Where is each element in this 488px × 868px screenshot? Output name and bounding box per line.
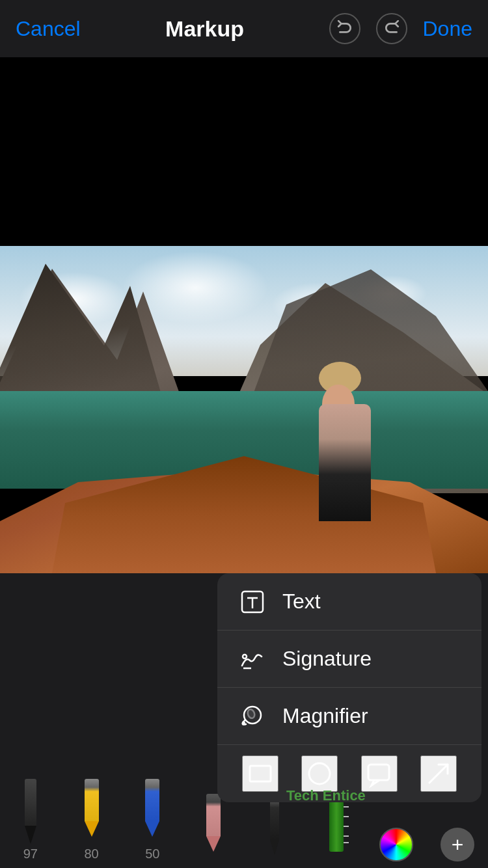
tool-add[interactable] xyxy=(427,828,488,861)
arrow-shape-button[interactable] xyxy=(420,755,457,792)
marker-blue-shape xyxy=(139,779,166,844)
tool-ruler[interactable] xyxy=(305,796,366,861)
redo-icon xyxy=(383,20,400,37)
text-menu-item[interactable]: Text xyxy=(217,573,481,631)
circle-icon xyxy=(305,759,334,788)
tool-color-wheel[interactable] xyxy=(366,828,427,861)
color-wheel-shape xyxy=(379,828,413,861)
svg-line-10 xyxy=(429,765,448,783)
cancel-button[interactable]: Cancel xyxy=(16,17,81,41)
svg-point-8 xyxy=(309,763,330,784)
add-button-shape xyxy=(441,828,474,861)
ruler-shape xyxy=(319,796,352,861)
undo-button[interactable] xyxy=(329,13,360,44)
eraser-pink-shape xyxy=(200,794,227,859)
page-title: Markup xyxy=(165,16,244,42)
done-button[interactable]: Done xyxy=(423,17,473,41)
signature-label: Signature xyxy=(282,647,372,671)
person-body xyxy=(319,404,371,521)
redo-button[interactable] xyxy=(376,13,407,44)
marker-yellow-label: 80 xyxy=(85,847,99,861)
text-label: Text xyxy=(282,590,321,614)
svg-rect-9 xyxy=(368,765,389,780)
photo-scene xyxy=(0,246,488,573)
image-canvas[interactable] xyxy=(0,57,488,573)
pen-dark-shape xyxy=(261,794,288,859)
circle-shape-button[interactable] xyxy=(301,755,338,792)
branding-text: Tech Entice xyxy=(286,787,366,804)
arrow-icon xyxy=(424,759,453,788)
header: Cancel Markup Done xyxy=(0,0,488,57)
tool-eraser-pink[interactable] xyxy=(183,794,244,861)
signature-menu-item[interactable]: Signature xyxy=(217,631,481,688)
magnifier-label: Magnifier xyxy=(282,704,368,728)
marker-yellow-shape xyxy=(78,779,105,844)
tool-marker-yellow[interactable]: 80 xyxy=(61,779,122,861)
svg-point-3 xyxy=(243,655,247,658)
undo-icon xyxy=(336,20,353,37)
svg-point-6 xyxy=(247,708,256,719)
rectangle-shape-button[interactable] xyxy=(242,755,278,792)
person xyxy=(306,365,384,521)
callout-shape-button[interactable] xyxy=(361,755,398,792)
rectangle-icon xyxy=(246,759,275,788)
marker-blue-label: 50 xyxy=(145,847,159,861)
header-actions: Done xyxy=(329,13,473,44)
magnifier-menu-item[interactable]: Magnifier xyxy=(217,688,481,745)
callout-icon xyxy=(365,759,394,788)
signature-icon xyxy=(236,642,269,676)
magnifier-icon xyxy=(236,699,269,733)
pen-black-shape xyxy=(17,779,44,844)
black-top-area xyxy=(0,57,488,246)
text-icon xyxy=(236,585,269,619)
svg-rect-7 xyxy=(250,766,271,781)
tool-pen-black[interactable]: 97 xyxy=(0,779,61,861)
tool-marker-blue[interactable]: 50 xyxy=(122,779,183,861)
markup-dropdown-menu: Text Signature Magnifier xyxy=(217,573,481,802)
pen-black-label: 97 xyxy=(23,847,38,861)
